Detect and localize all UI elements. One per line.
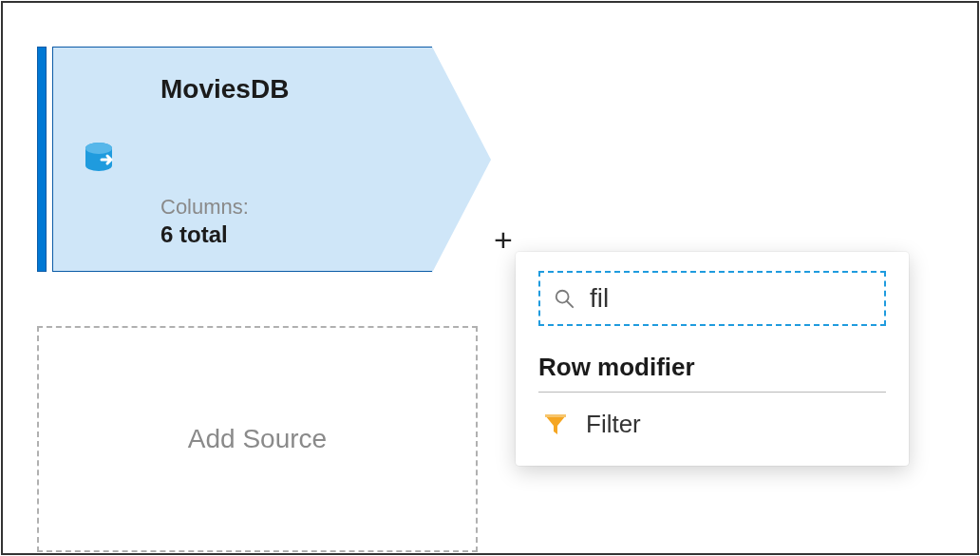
svg-point-1 (85, 143, 112, 154)
transformation-section-title: Row modifier (538, 353, 886, 393)
source-node-columns-count: 6 total (160, 221, 411, 248)
source-node-title: MoviesDB (160, 74, 411, 105)
svg-rect-4 (545, 414, 566, 417)
source-node-output-arrow (432, 47, 491, 273)
transformation-item-label: Filter (586, 410, 641, 439)
transformation-search-input[interactable] (588, 282, 932, 315)
transformation-search-box[interactable] (538, 271, 886, 326)
add-transformation-button[interactable]: + (494, 223, 513, 256)
source-node-body: MoviesDB Columns: 6 total (147, 47, 432, 272)
add-source-placeholder[interactable]: Add Source (37, 326, 478, 552)
source-node-icon-column (52, 47, 147, 272)
source-node-selection-handle[interactable] (37, 47, 47, 272)
source-node-columns-label: Columns: (160, 195, 411, 220)
source-node-moviesdb[interactable]: MoviesDB Columns: 6 total (37, 47, 491, 272)
transformation-picker-popover: Row modifier Filter (516, 252, 909, 466)
transformation-item-filter[interactable]: Filter (538, 393, 886, 443)
svg-line-3 (567, 301, 573, 307)
add-source-label: Add Source (188, 424, 327, 454)
source-node-columns: Columns: 6 total (160, 195, 411, 248)
canvas-frame: MoviesDB Columns: 6 total + Add Source (1, 1, 979, 555)
search-icon (554, 288, 575, 309)
funnel-icon (542, 412, 569, 438)
dataflow-canvas[interactable]: MoviesDB Columns: 6 total + Add Source (3, 3, 977, 553)
database-icon (80, 139, 122, 181)
